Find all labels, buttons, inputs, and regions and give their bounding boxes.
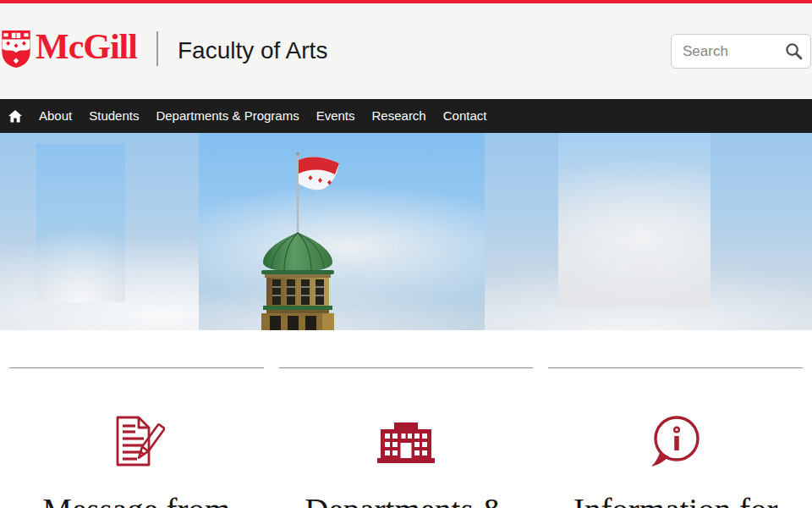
card-departments[interactable]: Departments & bbox=[279, 367, 534, 508]
header-divider bbox=[156, 31, 158, 66]
nav-home-link[interactable] bbox=[8, 99, 30, 133]
site-header: McGill Faculty of Arts bbox=[0, 3, 812, 99]
card-information-for[interactable]: Information for bbox=[548, 367, 803, 508]
card-message-from[interactable]: Message from bbox=[9, 367, 264, 508]
card-icon-wrap bbox=[9, 414, 264, 468]
nav-item-departments-programs[interactable]: Departments & Programs bbox=[147, 99, 307, 133]
hero-banner bbox=[0, 133, 812, 330]
card-title[interactable]: Information for bbox=[548, 491, 803, 508]
info-bubble-icon bbox=[648, 413, 704, 469]
hero-photo-right-clouds bbox=[558, 133, 710, 307]
search-box bbox=[671, 34, 811, 69]
hero-photo-tower bbox=[199, 133, 485, 330]
card-title[interactable]: Message from bbox=[9, 491, 264, 508]
nav-item-students[interactable]: Students bbox=[80, 99, 147, 133]
magnifier-icon bbox=[785, 42, 803, 60]
card-icon-wrap bbox=[548, 414, 803, 468]
main-navigation: About Students Departments & Programs Ev… bbox=[0, 99, 812, 133]
mcgill-crest-icon bbox=[1, 30, 31, 69]
nav-item-about[interactable]: About bbox=[30, 99, 80, 133]
nav-item-research[interactable]: Research bbox=[364, 99, 435, 133]
quick-links-section: Message from bbox=[0, 330, 812, 508]
search-button[interactable] bbox=[776, 35, 810, 68]
hero-photo-left-sky bbox=[36, 144, 125, 302]
page-title[interactable]: Faculty of Arts bbox=[178, 37, 327, 64]
building-icon bbox=[376, 419, 436, 463]
card-title[interactable]: Departments & bbox=[279, 491, 534, 508]
nav-item-contact[interactable]: Contact bbox=[435, 99, 496, 133]
faculty-of-arts-homepage: McGill Faculty of Arts About Students De… bbox=[0, 0, 812, 508]
home-icon bbox=[8, 110, 22, 123]
card-icon-wrap bbox=[279, 414, 534, 468]
search-input[interactable] bbox=[672, 43, 776, 60]
document-pencil-icon bbox=[107, 414, 165, 468]
nav-item-events[interactable]: Events bbox=[308, 99, 364, 133]
mcgill-wordmark[interactable]: McGill bbox=[36, 26, 137, 67]
arts-building-tower-and-flag bbox=[199, 133, 485, 330]
